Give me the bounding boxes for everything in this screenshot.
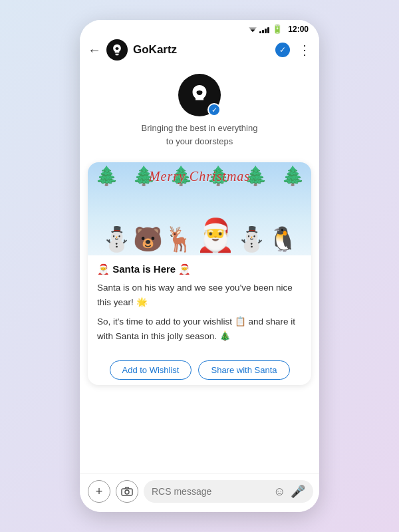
message-card: 🌲 🌲 🌲 🌲 🌲 🌲 Merry Christmas ⛄ 🐻 🦌 🎅 ⛄ 🐧 bbox=[88, 162, 311, 385]
profile-verified-badge: ✓ bbox=[207, 103, 221, 116]
bottom-bar: + ☺ 🎤 bbox=[80, 473, 319, 512]
share-with-santa-button[interactable]: Share with Santa bbox=[198, 360, 289, 380]
card-image: 🌲 🌲 🌲 🌲 🌲 🌲 Merry Christmas ⛄ 🐻 🦌 🎅 ⛄ 🐧 bbox=[88, 162, 311, 255]
svg-marker-2 bbox=[251, 30, 255, 32]
camera-button[interactable] bbox=[116, 480, 138, 503]
camera-icon bbox=[121, 487, 133, 496]
card-actions: Add to Wishlist Share with Santa bbox=[88, 358, 311, 385]
svg-point-6 bbox=[125, 490, 129, 494]
char-bear: 🐻 bbox=[133, 227, 163, 251]
signal-icon bbox=[259, 25, 269, 33]
wifi-icon bbox=[249, 26, 257, 33]
card-image-title: Merry Christmas bbox=[88, 169, 311, 184]
card-text-2: So, it's time to add to your wishlist 📋 … bbox=[97, 315, 302, 343]
mic-button[interactable]: 🎤 bbox=[291, 484, 305, 499]
char-penguin: 🐧 bbox=[268, 227, 298, 251]
plus-button[interactable]: + bbox=[88, 480, 110, 503]
top-bar-actions: ✓ ⋮ bbox=[275, 42, 311, 58]
message-input-wrap: ☺ 🎤 bbox=[144, 480, 313, 503]
char-reindeer: 🦌 bbox=[164, 227, 194, 251]
char-santa: 🎅 bbox=[196, 219, 235, 251]
app-title: GoKartz bbox=[133, 43, 270, 57]
char-snowman2: ⛄ bbox=[237, 227, 267, 251]
app-icon bbox=[106, 39, 128, 61]
profile-avatar-wrap: ✓ bbox=[178, 74, 221, 116]
char-snowman: ⛄ bbox=[102, 227, 132, 251]
add-to-wishlist-button[interactable]: Add to Wishlist bbox=[110, 360, 192, 380]
christmas-characters: ⛄ 🐻 🦌 🎅 ⛄ 🐧 bbox=[102, 219, 298, 255]
chat-area: 🌲 🌲 🌲 🌲 🌲 🌲 Merry Christmas ⛄ 🐻 🦌 🎅 ⛄ 🐧 bbox=[80, 157, 319, 473]
verified-icon: ✓ bbox=[275, 43, 290, 57]
top-bar: ← GoKartz ✓ ⋮ bbox=[80, 35, 319, 66]
status-time: 12:00 bbox=[288, 25, 309, 34]
card-heading: 🎅 Santa is Here 🎅 bbox=[97, 263, 302, 275]
status-bar: 🔋 12:00 bbox=[80, 20, 319, 35]
phone-container: 🔋 12:00 ← GoKartz ✓ ⋮ bbox=[80, 20, 319, 512]
emoji-button[interactable]: ☺ bbox=[273, 485, 285, 499]
profile-tagline: Bringing the best in everything to your … bbox=[142, 122, 258, 148]
message-input[interactable] bbox=[152, 486, 268, 497]
profile-section: ✓ Bringing the best in everything to you… bbox=[80, 66, 319, 157]
back-button[interactable]: ← bbox=[88, 43, 101, 57]
card-text-1: Santa is on his way and we see you've be… bbox=[97, 281, 302, 309]
card-body: 🎅 Santa is Here 🎅 Santa is on his way an… bbox=[88, 255, 311, 358]
more-menu-button[interactable]: ⋮ bbox=[298, 42, 311, 58]
battery-icon: 🔋 bbox=[272, 24, 283, 34]
